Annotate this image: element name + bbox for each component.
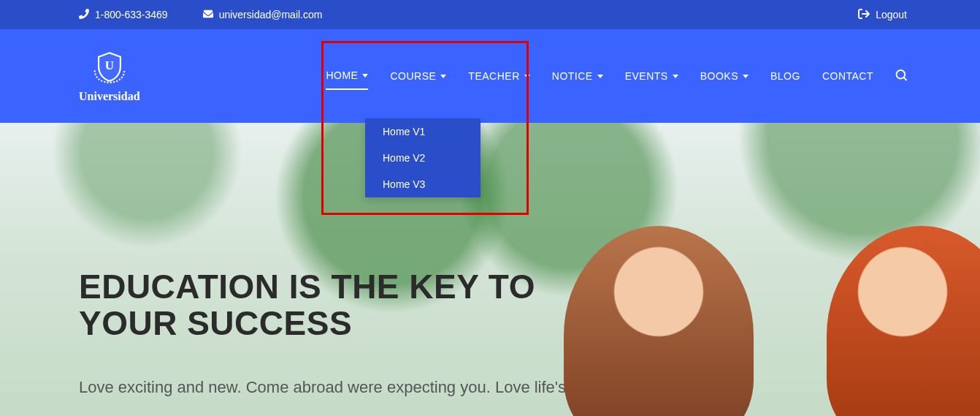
search-button[interactable] (895, 69, 907, 83)
brand-name: Universidad (79, 90, 140, 103)
hero-title-line1: EDUCATION IS THE KEY TO (79, 268, 535, 306)
home-dropdown: Home V1 Home V2 Home V3 (365, 118, 481, 197)
hero-title: EDUCATION IS THE KEY TO YOUR SUCCESS (79, 269, 657, 341)
topbar-phone[interactable]: 1-800-633-3469 (79, 9, 168, 21)
dropdown-home-v2-label: Home V2 (383, 152, 425, 164)
navlinks: HOME COURSE TEACHER NOTICE EVENTS BOOKS … (326, 62, 907, 90)
hero-content: EDUCATION IS THE KEY TO YOUR SUCCESS Lov… (0, 123, 657, 399)
nav-course-label: COURSE (390, 70, 436, 82)
nav-teacher-label: TEACHER (468, 70, 519, 82)
hero-subtitle: Love exciting and new. Come abroad were … (79, 377, 657, 399)
hero-title-line2: YOUR SUCCESS (79, 304, 352, 342)
nav-blog-label: BLOG (770, 70, 800, 82)
nav-notice-label: NOTICE (552, 70, 593, 82)
hero: EDUCATION IS THE KEY TO YOUR SUCCESS Lov… (0, 123, 980, 416)
search-icon (895, 72, 907, 83)
chevron-down-icon (440, 75, 446, 78)
nav-home[interactable]: HOME (326, 62, 368, 90)
topbar-phone-text: 1-800-633-3469 (95, 9, 168, 20)
brand[interactable]: U Universidad (79, 49, 140, 103)
nav-contact-label: CONTACT (822, 70, 873, 82)
logout-icon (858, 8, 870, 22)
nav-books-label: BOOKS (700, 70, 738, 82)
topbar-email[interactable]: universidad@mail.com (203, 9, 323, 21)
shield-logo-icon: U (90, 49, 129, 87)
nav-home-label: HOME (326, 69, 358, 81)
nav-contact[interactable]: CONTACT (822, 63, 873, 89)
nav-blog[interactable]: BLOG (770, 63, 800, 89)
svg-text:U: U (105, 58, 114, 72)
phone-icon (79, 9, 89, 21)
chevron-down-icon (362, 74, 368, 77)
logout-text: Logout (876, 9, 907, 20)
nav-events-label: EVENTS (625, 70, 668, 82)
nav-teacher[interactable]: TEACHER (468, 63, 529, 89)
chevron-down-icon (597, 75, 603, 78)
dropdown-home-v1[interactable]: Home V1 (365, 118, 481, 145)
dropdown-home-v1-label: Home V1 (383, 126, 425, 137)
chevron-down-icon (673, 75, 678, 78)
hero-person-2 (827, 226, 980, 416)
logout-link[interactable]: Logout (858, 8, 907, 22)
navbar: U Universidad HOME COURSE TEACHER NOTICE… (0, 29, 980, 123)
dropdown-home-v3-label: Home V3 (383, 178, 425, 190)
topbar-email-text: universidad@mail.com (219, 9, 323, 20)
dropdown-home-v3[interactable]: Home V3 (365, 171, 481, 197)
nav-events[interactable]: EVENTS (625, 63, 678, 89)
envelope-icon (203, 9, 213, 21)
dropdown-home-v2[interactable]: Home V2 (365, 145, 481, 171)
nav-books[interactable]: BOOKS (700, 63, 749, 89)
nav-notice[interactable]: NOTICE (552, 63, 603, 89)
chevron-down-icon (524, 75, 530, 78)
topbar-left: 1-800-633-3469 universidad@mail.com (79, 9, 322, 21)
topbar: 1-800-633-3469 universidad@mail.com Logo… (0, 0, 980, 29)
nav-course[interactable]: COURSE (390, 63, 446, 89)
chevron-down-icon (743, 75, 749, 78)
